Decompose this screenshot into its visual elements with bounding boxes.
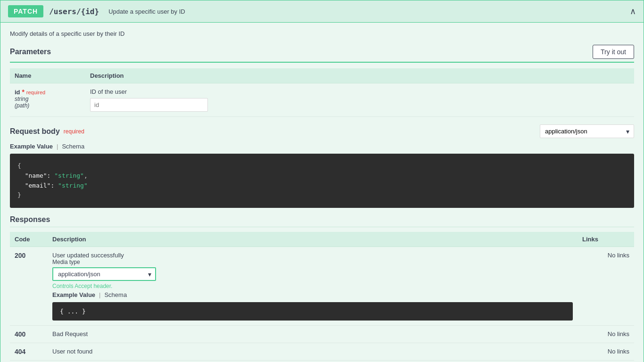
request-body-tabs: Example Value | Schema [10,143,634,150]
parameters-table: Name Description id * required string (p… [10,68,634,117]
param-description: ID of the user [90,88,629,95]
response-links-404: No links [578,343,634,361]
response-code-404: 404 [10,343,48,361]
try-it-out-button[interactable]: Try it out [593,45,634,59]
parameters-section-header: Parameters Try it out [10,45,634,63]
modify-description: Modify details of a specific user by the… [10,30,634,37]
required-badge: required [64,128,84,135]
endpoint-header: PATCH /users/{id} Update a specific user… [0,0,644,23]
parameters-title: Parameters [10,48,51,56]
table-row: 200 User updated successfully Media type… [10,247,634,326]
responses-col-code: Code [10,232,48,247]
example-value-tab[interactable]: Example Value [10,143,53,150]
media-type-select[interactable]: application/json [52,267,156,281]
response-schema-tab[interactable]: Schema [104,291,127,298]
param-name: id * required [15,88,81,96]
table-row: 400 Bad Request No links [10,326,634,343]
media-type-label: Media type [52,259,573,265]
controls-accept-header-text: Controls Accept header. [52,283,573,289]
param-location: (path) [15,102,81,109]
endpoint-path: /users/{id} [49,7,99,16]
response-desc-400: Bad Request [52,330,573,337]
responses-section: Responses Code Description Links 200 Use… [10,215,634,362]
endpoint-description: Update a specific user by ID [108,8,185,15]
responses-col-description: Description [48,232,578,247]
responses-title: Responses [10,215,634,227]
param-id-input[interactable] [90,98,208,112]
response-links-400: No links [578,326,634,343]
table-row: 404 User not found No links [10,343,634,361]
main-container: PATCH /users/{id} Update a specific user… [0,0,644,362]
response-code-example: { ... } [52,302,573,321]
param-type: string [15,96,81,102]
content-type-wrapper: application/json [540,124,634,138]
responses-col-links: Links [578,232,634,247]
response-desc-200: User updated successfully [52,252,573,259]
request-body-title: Request body required [10,127,84,136]
request-body-row: Request body required application/json [10,124,634,138]
collapse-button[interactable]: ∧ [630,6,636,16]
content-type-select[interactable]: application/json [540,124,634,138]
responses-table: Code Description Links 200 User updated … [10,232,634,362]
response-desc-404: User not found [52,348,573,355]
response-example-schema-tabs: Example Value | Schema [52,291,573,298]
table-row: id * required string (path) ID of the us… [10,83,634,117]
params-col-name: Name [10,68,85,83]
request-body-code: { "name": "string", "email": "string" } [10,154,634,208]
content-area: Modify details of a specific user by the… [0,23,644,362]
response-code-200: 200 [10,247,48,326]
endpoint-left: PATCH /users/{id} Update a specific user… [8,5,185,17]
response-code-400: 400 [10,326,48,343]
response-example-tab[interactable]: Example Value [52,291,95,298]
response-links-200: No links [578,247,634,326]
schema-tab[interactable]: Schema [62,143,84,150]
params-col-description: Description [85,68,634,83]
media-type-select-wrapper: application/json [52,267,156,281]
method-badge: PATCH [8,5,43,17]
